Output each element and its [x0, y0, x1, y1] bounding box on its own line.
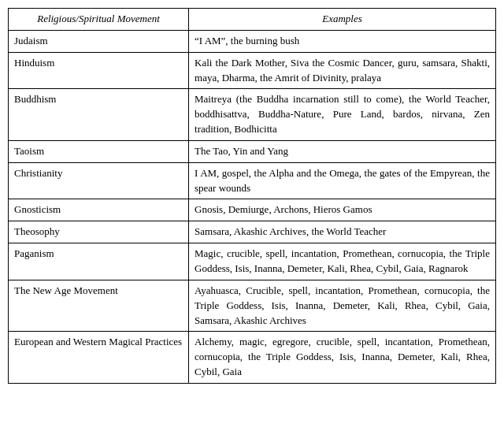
- movement-cell: Buddhism: [9, 89, 189, 141]
- religious-movements-table: Religious/Spiritual Movement Examples Ju…: [8, 8, 496, 384]
- movement-cell: Gnosticism: [9, 199, 189, 221]
- examples-cell: Maitreya (the Buddha incarnation still t…: [189, 89, 496, 141]
- movement-cell: Taoism: [9, 140, 189, 162]
- examples-cell: Magic, crucible, spell, incantation, Pro…: [189, 243, 496, 280]
- table-row: HinduismKali the Dark Mother, Siva the C…: [9, 52, 496, 89]
- table-row: The New Age MovementAyahuasca, Crucible,…: [9, 280, 496, 332]
- examples-cell: “I AM”, the burning bush: [189, 30, 496, 52]
- examples-cell: Gnosis, Demiurge, Archons, Hieros Gamos: [189, 199, 496, 221]
- examples-cell: I AM, gospel, the Alpha and the Omega, t…: [189, 162, 496, 199]
- movement-cell: Theosophy: [9, 221, 189, 243]
- examples-cell: Samsara, Akashic Archives, the World Tea…: [189, 221, 496, 243]
- table-row: BuddhismMaitreya (the Buddha incarnation…: [9, 89, 496, 141]
- table-row: ChristianityI AM, gospel, the Alpha and …: [9, 162, 496, 199]
- movement-cell: Hinduism: [9, 52, 189, 89]
- movement-cell: Christianity: [9, 162, 189, 199]
- table-row: GnosticismGnosis, Demiurge, Archons, Hie…: [9, 199, 496, 221]
- table-row: TaoismThe Tao, Yin and Yang: [9, 140, 496, 162]
- column-header-examples: Examples: [189, 9, 496, 31]
- table-row: Judaism“I AM”, the burning bush: [9, 30, 496, 52]
- examples-cell: Ayahuasca, Crucible, spell, incantation,…: [189, 280, 496, 332]
- examples-cell: Kali the Dark Mother, Siva the Cosmic Da…: [189, 52, 496, 89]
- column-header-movement: Religious/Spiritual Movement: [9, 9, 189, 31]
- movement-cell: Judaism: [9, 30, 189, 52]
- table-row: PaganismMagic, crucible, spell, incantat…: [9, 243, 496, 280]
- movement-cell: The New Age Movement: [9, 280, 189, 332]
- movement-cell: European and Western Magical Practices: [9, 332, 189, 384]
- table-row: TheosophySamsara, Akashic Archives, the …: [9, 221, 496, 243]
- table-row: European and Western Magical PracticesAl…: [9, 332, 496, 384]
- examples-cell: The Tao, Yin and Yang: [189, 140, 496, 162]
- examples-cell: Alchemy, magic, egregore, crucible, spel…: [189, 332, 496, 384]
- movement-cell: Paganism: [9, 243, 189, 280]
